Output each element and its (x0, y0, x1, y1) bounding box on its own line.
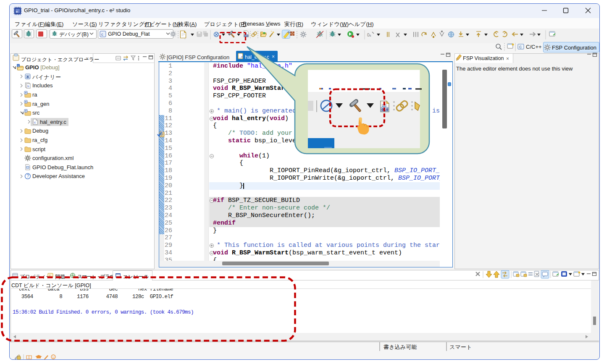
svg-text:e: e (16, 10, 18, 13)
svg-text:0s: 0s (367, 33, 371, 37)
svg-text:h: h (27, 84, 29, 88)
svg-text:C: C (519, 45, 522, 49)
svg-text:?: ? (27, 174, 29, 178)
svg-text:C: C (18, 65, 20, 67)
svg-text:.c: .c (239, 55, 243, 59)
svg-text:c: c (101, 32, 103, 37)
svg-text:c: c (34, 120, 36, 124)
